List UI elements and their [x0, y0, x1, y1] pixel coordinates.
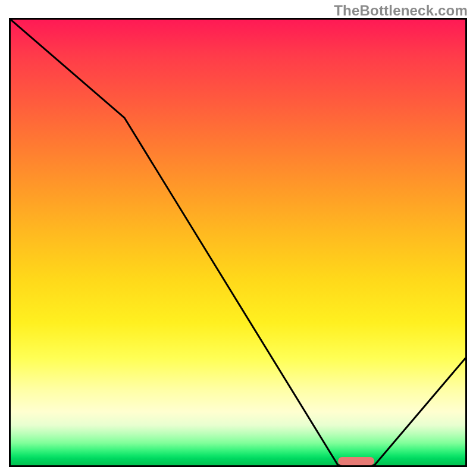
optimum-marker — [338, 457, 374, 465]
bottleneck-curve-line — [11, 20, 465, 465]
chart-plot — [11, 20, 465, 465]
chart-frame — [9, 18, 467, 467]
watermark-text: TheBottleneck.com — [334, 2, 468, 19]
